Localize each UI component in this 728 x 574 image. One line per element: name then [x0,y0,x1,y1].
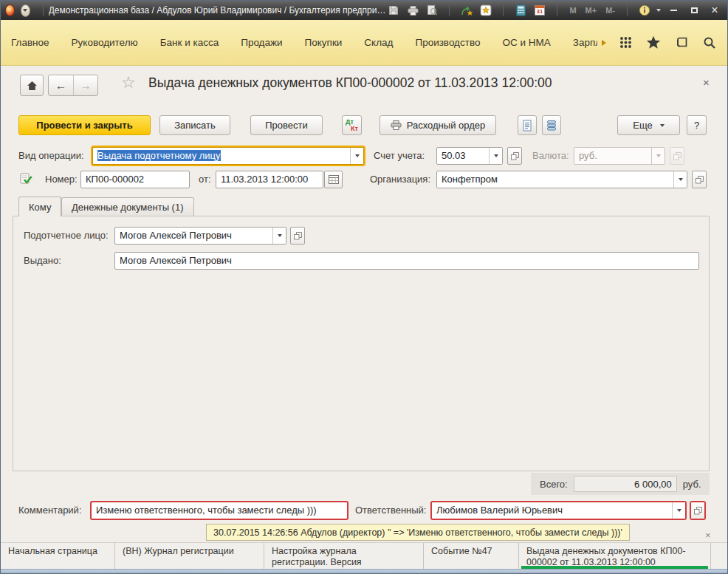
issued-input[interactable]: Могов Алексей Петрович [114,252,699,270]
expense-order-button[interactable]: Расходный ордер [380,115,496,135]
favorites-button[interactable] [478,4,493,17]
total-band: Всего: 6 000,00 руб. [531,473,710,495]
maximize-button[interactable] [686,4,702,17]
calculator-icon [515,4,526,16]
close-window-button[interactable] [707,4,723,17]
search-button[interactable] [702,35,717,50]
number-value: КП00-000002 [81,171,189,188]
number-input[interactable]: КП00-000002 [80,171,190,188]
favorite-star-icon[interactable] [121,73,136,92]
chevron-down-icon [677,509,681,512]
menu-item-glavnoe[interactable]: Главное [11,33,49,52]
menu-item-proizvodstvo[interactable]: Производство [415,33,480,52]
taskbar-item-home[interactable]: Начальная страница [1,543,115,570]
chevron-down-icon [355,154,360,157]
1c-logo-icon [5,4,15,16]
responsible-open-button[interactable] [690,502,705,519]
favorites-panel-button[interactable] [646,35,661,50]
tab-denezhnye-dokumenty[interactable]: Денежные документы (1) [61,197,194,216]
organization-select[interactable]: Конфетпром [436,171,687,188]
operation-select[interactable]: Выдача подотчетному лицу [92,147,364,165]
more-button[interactable]: Еще [617,115,680,135]
post-button[interactable]: Провести [250,115,323,135]
posted-status-icon [20,173,32,185]
forward-button[interactable] [73,75,97,95]
open-icon [694,507,702,515]
menu-item-rukovoditelyu[interactable]: Руководителю [72,33,138,52]
all-functions-button[interactable] [618,35,633,50]
responsible-select[interactable]: Любимов Валерий Юрьевич [431,502,686,519]
post-and-close-button[interactable]: Провести и закрыть [18,115,151,135]
open-windows-taskbar: Начальная страница (ВН) Журнал регистрац… [1,542,727,570]
total-value: 6 000,00 [574,476,677,492]
taskbar-item-event[interactable]: Событие №47 [424,543,519,570]
open-icon [673,152,681,160]
info-icon [639,4,650,16]
comment-label: Комментарий: [18,505,82,516]
dropdown-button[interactable] [350,148,363,164]
menu-item-sklad[interactable]: Склад [364,33,393,52]
divider [503,5,504,16]
forward-arrow-icon [80,79,92,92]
dropdown-button[interactable] [672,502,685,519]
menu-item-prodazhi[interactable]: Продажи [241,33,282,52]
organization-open-button[interactable] [692,171,707,188]
open-icon [696,176,704,184]
taskbar-item-label: Начальная страница [8,546,97,556]
person-open-button[interactable] [290,227,305,245]
app-window: Демонстрационная база / Абдулов Юрий Вла… [0,0,728,574]
home-button[interactable] [20,75,44,96]
chevron-down-icon [278,234,282,237]
add-favorite-button[interactable] [459,4,474,17]
taskbar-item-journal[interactable]: (ВН) Журнал регистрации [115,543,264,570]
back-button[interactable] [49,75,73,95]
write-button[interactable]: Записать [159,115,230,135]
menu-overflow-arrow-icon[interactable] [602,40,606,46]
dropdown-button[interactable] [673,171,687,188]
memory-m-minus-button[interactable]: M- [603,6,617,15]
dt-kt-button[interactable]: Дт Кт [342,115,362,135]
account-value: 50.03 [437,148,489,164]
preview-button[interactable] [425,4,439,17]
info-chevron-icon[interactable] [656,9,661,12]
related-documents-button[interactable] [542,115,561,135]
memory-m-button[interactable]: M [567,6,578,15]
dropdown-button[interactable] [272,228,286,244]
responsible-value: Любимов Валерий Юрьевич [432,502,672,519]
operation-value: Выдача подотчетному лицу [97,150,221,161]
tooltip-close-icon[interactable] [705,530,711,541]
date-picker-button[interactable] [324,171,343,188]
taskbar-item-journal-settings[interactable]: Настройка журнала регистрации. Версия 3.… [264,543,424,570]
currency-label: Валюта: [532,150,569,161]
taskbar-item-current-document[interactable]: Выдача денежных документов КП00-000002 о… [519,543,711,570]
minimize-button[interactable] [665,4,681,17]
account-open-button[interactable] [507,147,522,165]
help-button[interactable]: ? [687,115,707,135]
info-button[interactable] [637,4,652,17]
save-button[interactable] [386,4,401,17]
calculator-button[interactable] [513,4,528,17]
system-menu-button[interactable] [21,4,30,17]
dropdown-button[interactable] [489,148,502,164]
history-button[interactable] [674,35,689,50]
document-report-button[interactable] [518,115,537,135]
menu-item-pokupki[interactable]: Покупки [305,33,343,52]
menu-item-zarplata[interactable]: Зарпла [573,33,597,52]
account-label: Счет учета: [374,150,425,161]
menu-item-bank-i-kassa[interactable]: Банк и касса [160,33,219,52]
memory-m-plus-button[interactable]: M+ [583,6,600,15]
total-currency-label: руб. [683,479,701,490]
print-button[interactable] [405,4,420,17]
tab-komu[interactable]: Кому [18,197,61,216]
tab-panel-komu: Подотчетное лицо: Могов Алексей Петрович… [13,216,710,471]
comment-input[interactable]: Изменю ответственного, чтобы замести сле… [91,502,348,519]
star-icon [646,35,661,49]
close-form-button[interactable] [703,76,710,89]
account-select[interactable]: 50.03 [436,147,503,165]
person-select[interactable]: Могов Алексей Петрович [114,227,286,245]
menu-item-os-i-nma[interactable]: ОС и НМА [502,33,550,52]
save-icon [388,5,399,16]
date-input[interactable]: 11.03.2013 12:00:00 [216,171,323,188]
chevron-down-icon [494,154,498,157]
calendar-button[interactable]: 31 [532,4,547,17]
